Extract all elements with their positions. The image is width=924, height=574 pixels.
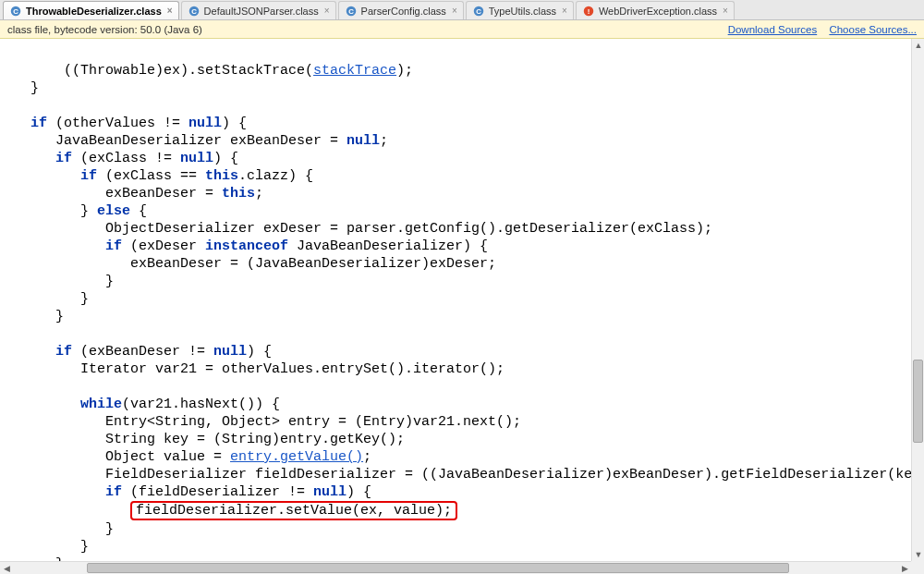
decompile-info-text: class file, bytecode version: 50.0 (Java… xyxy=(7,24,202,35)
tab-label: TypeUtils.class xyxy=(489,6,556,17)
editor-tab-3[interactable]: CTypeUtils.class× xyxy=(466,1,574,19)
class-file-icon: C xyxy=(345,5,358,18)
tab-label: WebDriverException.class xyxy=(599,6,717,17)
tab-label: DefaultJSONParser.class xyxy=(204,6,319,17)
vertical-scrollbar[interactable]: ▲ ▼ xyxy=(911,39,924,561)
close-tab-icon[interactable]: × xyxy=(560,6,569,16)
editor-tab-2[interactable]: CParserConfig.class× xyxy=(338,1,464,19)
download-sources-link[interactable]: Download Sources xyxy=(728,24,818,35)
code-editor[interactable]: ((Throwable)ex).setStackTrace(stackTrace… xyxy=(0,39,911,561)
choose-sources-link[interactable]: Choose Sources... xyxy=(829,24,917,35)
editor-area: ((Throwable)ex).setStackTrace(stackTrace… xyxy=(0,39,924,574)
close-tab-icon[interactable]: × xyxy=(450,6,459,16)
scroll-right-arrow[interactable]: ▶ xyxy=(898,562,911,574)
vertical-scroll-thumb[interactable] xyxy=(913,360,923,443)
class-file-icon: C xyxy=(9,5,22,18)
class-file-icon: C xyxy=(188,5,201,18)
decompile-info-bar: class file, bytecode version: 50.0 (Java… xyxy=(0,20,924,39)
horizontal-scrollbar[interactable]: ◀ ▶ xyxy=(0,561,911,574)
highlighted-line: fieldDeserializer.setValue(ex, value); xyxy=(130,501,457,520)
vertical-scroll-track[interactable] xyxy=(912,52,924,548)
editor-tabs-bar: CThrowableDeserializer.class×CDefaultJSO… xyxy=(0,0,924,20)
svg-text:C: C xyxy=(348,6,354,15)
editor-tab-4[interactable]: !WebDriverException.class× xyxy=(576,1,735,19)
info-links: Download Sources Choose Sources... xyxy=(719,24,917,35)
scrollbar-corner xyxy=(911,561,924,574)
horizontal-scroll-track[interactable] xyxy=(13,562,898,574)
close-tab-icon[interactable]: × xyxy=(322,6,332,16)
horizontal-scroll-thumb[interactable] xyxy=(87,563,789,573)
editor-tab-0[interactable]: CThrowableDeserializer.class× xyxy=(3,1,179,19)
svg-text:C: C xyxy=(13,6,18,15)
scroll-down-arrow[interactable]: ▼ xyxy=(912,548,924,561)
editor-tab-1[interactable]: CDefaultJSONParser.class× xyxy=(181,1,336,19)
svg-text:C: C xyxy=(476,6,481,15)
svg-text:!: ! xyxy=(588,6,590,15)
tab-label: ParserConfig.class xyxy=(361,6,446,17)
class-file-icon: C xyxy=(472,5,485,18)
scroll-left-arrow[interactable]: ◀ xyxy=(0,562,13,574)
svg-text:C: C xyxy=(191,6,197,15)
close-tab-icon[interactable]: × xyxy=(721,6,730,16)
scroll-up-arrow[interactable]: ▲ xyxy=(912,39,924,52)
close-tab-icon[interactable]: × xyxy=(165,6,175,16)
exception-class-icon: ! xyxy=(582,5,595,18)
tab-label: ThrowableDeserializer.class xyxy=(26,6,162,17)
